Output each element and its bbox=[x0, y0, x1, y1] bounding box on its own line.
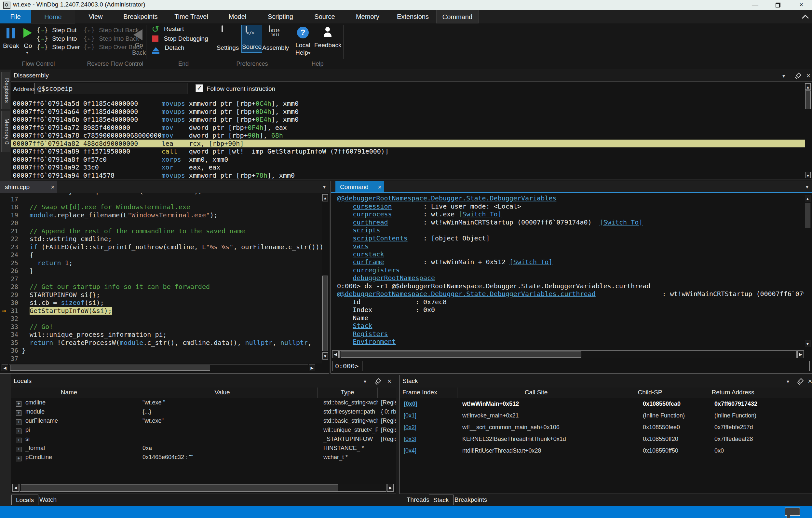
disassembly-line[interactable]: 00007ff6`07914a5d 0f1185c4000000 movups … bbox=[11, 99, 805, 108]
scrollbar-thumb[interactable] bbox=[341, 351, 581, 357]
assembly-button[interactable]: Assembly bbox=[267, 25, 284, 58]
scroll-up-icon[interactable] bbox=[805, 83, 811, 90]
scrollbar-thumb[interactable] bbox=[805, 203, 810, 228]
scroll-left-icon[interactable] bbox=[2, 364, 8, 371]
menu-tab[interactable]: Source bbox=[303, 10, 346, 23]
tab-list-dropdown-icon[interactable] bbox=[323, 184, 326, 190]
menu-tab[interactable]: Home bbox=[31, 10, 75, 23]
source-toggle-button[interactable]: Source bbox=[241, 25, 262, 53]
source-line[interactable]: 31 GetStartupInfoW(&si); bbox=[0, 307, 322, 315]
settings-button[interactable]: Settings bbox=[220, 25, 235, 58]
command-link[interactable]: curframe bbox=[353, 258, 384, 266]
command-link[interactable]: Stack bbox=[353, 322, 372, 329]
expand-icon[interactable] bbox=[16, 438, 22, 443]
menu-tab[interactable]: Scripting bbox=[257, 10, 303, 23]
command-link[interactable]: scriptContents bbox=[353, 234, 408, 242]
menu-tab[interactable]: Breakpoints bbox=[116, 10, 165, 23]
column-header-call-site[interactable]: Call Site bbox=[457, 387, 615, 398]
scroll-right-icon[interactable] bbox=[309, 364, 315, 371]
local-help-button[interactable]: Local Help bbox=[295, 25, 310, 61]
locals-row[interactable]: pi wil::unique_struct<_PROCESS_INF... [R… bbox=[11, 425, 396, 434]
locals-row[interactable]: ourFilename "wt.exe" std::basic_string<w… bbox=[11, 416, 396, 425]
locals-row[interactable]: cmdline "wt.exe " std::basic_string<wcha… bbox=[11, 398, 396, 407]
break-button[interactable]: Break bbox=[2, 25, 20, 58]
source-line[interactable]: 27 bbox=[0, 275, 322, 283]
stop-debugging-button[interactable]: Stop Debugging bbox=[152, 35, 208, 44]
expand-icon[interactable] bbox=[16, 456, 22, 461]
column-header-return-address[interactable]: Return Address bbox=[685, 387, 781, 398]
command-link[interactable]: debuggerRootNamespace bbox=[353, 274, 435, 282]
menu-tab[interactable]: Model bbox=[218, 10, 257, 23]
command-link[interactable]: curstack bbox=[353, 250, 384, 258]
tab-command[interactable]: Command × bbox=[336, 181, 384, 193]
line-number[interactable]: 25 bbox=[0, 259, 18, 267]
go-back-button[interactable]: Go Back bbox=[132, 26, 146, 60]
line-number[interactable]: 31 bbox=[0, 307, 18, 315]
line-number[interactable]: 30 bbox=[0, 299, 18, 307]
scroll-right-icon[interactable] bbox=[798, 350, 804, 358]
command-link[interactable]: @$debuggerRootNamespace.Debugger.State.D… bbox=[337, 290, 596, 298]
scrollbar-thumb[interactable] bbox=[805, 90, 811, 109]
menu-tab[interactable]: Command bbox=[436, 10, 478, 23]
panel-close-icon[interactable] bbox=[385, 378, 394, 385]
source-line[interactable]: 19 module.replace_filename(L"WindowsTerm… bbox=[0, 211, 322, 219]
scroll-right-icon[interactable] bbox=[387, 484, 394, 492]
column-header-value[interactable]: Value bbox=[127, 387, 318, 398]
step-out-button[interactable]: Step Out bbox=[36, 26, 77, 34]
feedback-bubble-icon[interactable] bbox=[785, 508, 800, 516]
disassembly-line[interactable]: 00007ff6`07914a89 ff1571950000 call qwor… bbox=[11, 147, 805, 155]
column-header-child-sp[interactable]: Child-SP bbox=[615, 387, 685, 398]
command-link[interactable]: vars bbox=[353, 242, 368, 250]
source-line[interactable]: 30 si.cb = sizeof(si); bbox=[0, 299, 322, 307]
panel-dropdown-icon[interactable] bbox=[361, 378, 369, 385]
source-line[interactable]: 21 // Append the rest of the commandline… bbox=[0, 227, 322, 235]
source-line[interactable]: 35 return !CreateProcessW(module.c_str()… bbox=[0, 339, 322, 347]
command-input[interactable] bbox=[362, 361, 810, 371]
command-link[interactable]: cursession bbox=[353, 202, 392, 210]
close-button[interactable]: × bbox=[791, 0, 811, 10]
panel-pin-icon[interactable] bbox=[373, 378, 382, 385]
disassembly-line[interactable]: 00007ff6`07914a64 0f1185d4000000 movups … bbox=[11, 108, 805, 116]
frame-index-link[interactable]: [0x2] bbox=[404, 424, 416, 430]
line-number[interactable]: 22 bbox=[0, 235, 18, 243]
frame-index-link[interactable]: [0x4] bbox=[404, 448, 416, 454]
disassembly-line[interactable]: 00007ff6`07914a82 488d8d90000000 lea rcx… bbox=[11, 140, 805, 148]
line-number[interactable]: 26 bbox=[0, 267, 18, 275]
stack-frame-row[interactable]: [0x0] wt!wWinMain+0x512 0x108550fca0 0x7… bbox=[400, 398, 812, 410]
frame-index-link[interactable]: [0x1] bbox=[404, 412, 416, 419]
disassembly-line[interactable]: 00007ff6`07914a8f 0f57c0 xorps xmm0, xmm… bbox=[11, 155, 805, 164]
locals-row[interactable]: _formal 0xa HINSTANCE_ * bbox=[11, 443, 396, 453]
column-header-location[interactable] bbox=[378, 387, 396, 398]
command-link[interactable]: @$debuggerRootNamespace.Debugger.State.D… bbox=[337, 194, 556, 202]
menu-tab[interactable]: File bbox=[0, 10, 31, 23]
scroll-down-icon[interactable] bbox=[805, 172, 811, 178]
disassembly-line[interactable]: 00007ff6`07914a78 c7859000000068000000mo… bbox=[11, 132, 805, 140]
side-tab-memory[interactable]: Memory 0 bbox=[1, 111, 10, 152]
panel-dropdown-icon[interactable] bbox=[784, 378, 792, 385]
expand-icon[interactable] bbox=[16, 420, 22, 425]
bottom-tab-stack[interactable]: Stack bbox=[429, 495, 454, 505]
line-number[interactable]: 20 bbox=[0, 219, 18, 227]
line-number[interactable]: 29 bbox=[0, 291, 18, 299]
scroll-up-icon[interactable] bbox=[805, 195, 810, 202]
scroll-up-icon[interactable] bbox=[322, 194, 328, 201]
tab-close-icon[interactable]: × bbox=[378, 181, 382, 193]
line-number[interactable]: 24 bbox=[0, 251, 18, 259]
source-line[interactable]: 33 // Go! bbox=[0, 323, 322, 331]
scrollbar-thumb[interactable] bbox=[10, 365, 210, 371]
bottom-tab-locals[interactable]: Locals bbox=[11, 495, 38, 505]
disassembly-line[interactable]: 00007ff6`07914a72 8985f4000000 mov dword… bbox=[11, 124, 805, 132]
source-line[interactable]: 23 if (FAILED(wil::str_printf_nothrow(cm… bbox=[0, 243, 322, 251]
source-line[interactable]: 26 } bbox=[0, 267, 322, 275]
disassembly-line[interactable]: 00007ff6`07914a6b 0f1185e4000000 movups … bbox=[11, 116, 805, 124]
panel-dropdown-icon[interactable] bbox=[780, 73, 788, 80]
line-number[interactable]: 28 bbox=[0, 283, 18, 291]
tab-list-dropdown-icon[interactable] bbox=[806, 184, 808, 190]
source-line[interactable]: 25 return 1; bbox=[0, 259, 322, 267]
expand-icon[interactable] bbox=[16, 410, 22, 416]
tab-shim-cpp[interactable]: shim.cpp × bbox=[0, 181, 57, 193]
source-line[interactable]: 18 // Swap wt[d].exe for WindowsTerminal… bbox=[0, 203, 322, 211]
line-number[interactable]: 18 bbox=[0, 203, 18, 211]
column-header-name[interactable]: Name bbox=[11, 387, 127, 398]
line-number[interactable]: 32 bbox=[0, 315, 18, 323]
